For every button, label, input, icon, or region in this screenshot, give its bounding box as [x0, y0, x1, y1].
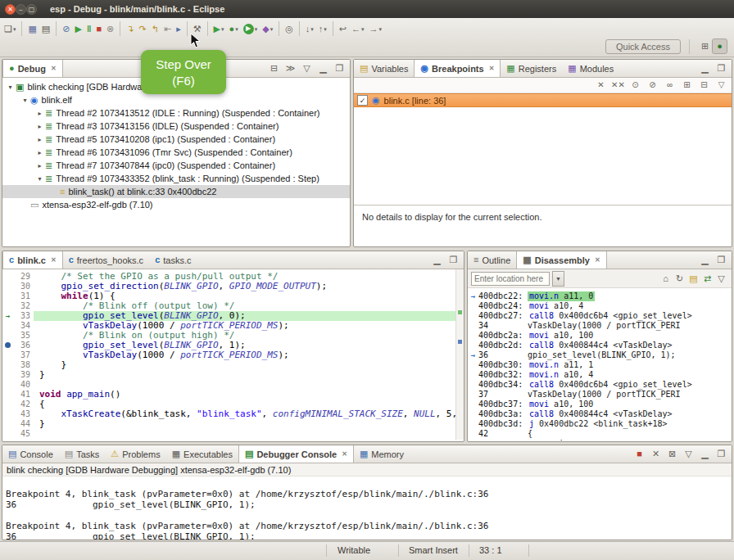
step-into-icon[interactable]: ↴: [124, 20, 136, 38]
link-with-debug-icon[interactable]: ∞: [663, 79, 677, 93]
editor-marker-bar[interactable]: [2, 341, 13, 350]
debug-tab-debug[interactable]: ●Debug✕: [2, 60, 63, 77]
editor-marker-bar[interactable]: [2, 350, 13, 360]
disassembly-tab-disassembly[interactable]: ▦Disassembly✕: [516, 251, 606, 269]
editor-marker-bar[interactable]: [2, 370, 13, 380]
console-output[interactable]: Breakpoint 4, blink_task (pvParameter=0x…: [2, 476, 732, 540]
tree-row[interactable]: ▾◉blink.elf: [2, 93, 350, 106]
expander-icon[interactable]: ▾: [6, 84, 15, 91]
profile-icon[interactable]: ◆▾: [260, 20, 275, 38]
minimize-icon[interactable]: ▁: [316, 61, 330, 75]
disconnect-icon[interactable]: ⊗: [104, 20, 116, 38]
drop-to-frame-icon[interactable]: ⇤: [161, 20, 174, 38]
editor-marker-bar[interactable]: [2, 400, 13, 409]
sync-selection-icon[interactable]: ⇄: [700, 272, 714, 286]
expander-icon[interactable]: ▾: [20, 97, 29, 104]
minimize-icon[interactable]: ▁: [698, 61, 712, 75]
tree-row[interactable]: ▾≣Thread #9 1073433352 (blink_task : Run…: [2, 172, 350, 185]
maximize-icon[interactable]: ❐: [714, 253, 728, 267]
view-menu-icon[interactable]: ▽: [714, 272, 728, 286]
open-perspective-icon[interactable]: ⊞: [698, 39, 712, 53]
close-icon[interactable]: ✕: [595, 256, 600, 264]
console-tab-console[interactable]: ▤Console: [2, 445, 59, 463]
editor-marker-bar[interactable]: [2, 282, 13, 291]
step-over-icon[interactable]: ↷: [136, 20, 148, 38]
maximize-icon[interactable]: ❐: [333, 61, 347, 75]
editor-marker-bar[interactable]: [2, 331, 13, 341]
disassembly-listing[interactable]: →400dbc22:movi.n a11, 0400dbc24:movi a10…: [468, 288, 732, 442]
breakpoints-tab-registers[interactable]: ▦Registers: [501, 60, 562, 77]
minimize-button[interactable]: –: [16, 4, 26, 15]
editor-marker-bar[interactable]: [2, 301, 13, 311]
close-button[interactable]: ✕: [5, 4, 16, 15]
view-menu-icon[interactable]: ▽: [714, 79, 728, 93]
expander-icon[interactable]: ▾: [35, 175, 44, 183]
editor-marker-bar[interactable]: [2, 409, 13, 419]
expander-icon[interactable]: ▸: [35, 123, 44, 130]
expander-icon[interactable]: ▸: [35, 136, 44, 143]
step-filters-icon[interactable]: ≫: [283, 61, 297, 75]
editor-tab-freertos-hooks-c[interactable]: cfreertos_hooks.c: [63, 251, 149, 269]
remove-all-breakpoints-icon[interactable]: ✕✕: [611, 79, 625, 93]
close-icon[interactable]: ✕: [489, 65, 495, 72]
expand-all-icon[interactable]: ⊞: [680, 79, 694, 93]
maximize-icon[interactable]: ❐: [446, 253, 460, 267]
editor-marker-bar[interactable]: [2, 272, 13, 282]
previous-annotation-icon[interactable]: ↑▾: [316, 20, 329, 38]
show-supported-breakpoints-icon[interactable]: ⊙: [628, 79, 642, 93]
editor-marker-bar[interactable]: →: [2, 311, 13, 321]
expander-icon[interactable]: ▸: [35, 110, 44, 117]
debug-icon[interactable]: ●▾: [227, 20, 241, 38]
run-icon[interactable]: ▶▾: [241, 20, 261, 38]
close-icon[interactable]: ✕: [51, 65, 57, 72]
editor-marker-bar[interactable]: [2, 321, 13, 331]
editor-marker-bar[interactable]: [2, 360, 13, 370]
next-annotation-icon[interactable]: ↓▾: [303, 20, 316, 38]
search-icon[interactable]: ◎: [283, 20, 296, 38]
collapse-all-icon[interactable]: ⊟: [697, 79, 711, 93]
show-source-icon[interactable]: ▤: [686, 272, 700, 286]
close-icon[interactable]: ✕: [51, 256, 57, 264]
clear-console-icon[interactable]: ⊠: [665, 447, 679, 461]
overview-ruler[interactable]: [455, 269, 464, 440]
save-icon[interactable]: ▦: [25, 20, 39, 38]
external-tools-icon[interactable]: ▶▾: [211, 20, 227, 38]
tree-row[interactable]: ▸≣Thread #3 1073413156 (IDLE) (Suspended…: [2, 120, 350, 133]
quick-access-button[interactable]: Quick Access: [605, 39, 681, 54]
forward-icon[interactable]: →▾: [367, 20, 385, 38]
editor-marker-bar[interactable]: [2, 419, 13, 429]
console-tab-memory[interactable]: ▦Memory: [354, 445, 410, 463]
editor-tab-blink-c[interactable]: cblink.c✕: [2, 251, 63, 269]
step-return-icon[interactable]: ↰: [149, 20, 161, 38]
new-wizard-icon[interactable]: ❏▾: [2, 20, 18, 38]
tree-row[interactable]: ▸≣Thread #2 1073413512 (IDLE : Running) …: [2, 106, 350, 120]
tree-row[interactable]: ▸≣Thread #6 1073431096 (Tmr Svc) (Suspen…: [2, 146, 350, 159]
view-menu-icon[interactable]: ▽: [682, 447, 695, 461]
tree-row[interactable]: ▭xtensa-esp32-elf-gdb (7.10): [2, 198, 350, 211]
minimize-icon[interactable]: ▁: [698, 447, 712, 461]
code-editor[interactable]: 29 /* Set the GPIO as a push/pull output…: [2, 269, 464, 439]
breakpoint-checkbox[interactable]: ✓: [357, 95, 368, 106]
expander-icon[interactable]: ▸: [35, 162, 44, 169]
tree-row[interactable]: ▸≣Thread #5 1073410208 (ipc1) (Suspended…: [2, 133, 350, 146]
editor-tab-tasks-c[interactable]: ctasks.c: [149, 251, 197, 269]
skip-all-breakpoints-icon[interactable]: ⊘: [60, 20, 72, 38]
print-icon[interactable]: ▤: [39, 20, 52, 38]
maximize-icon[interactable]: ❐: [714, 447, 728, 461]
terminate-icon[interactable]: ■: [93, 20, 104, 38]
close-icon[interactable]: ✕: [342, 450, 347, 458]
chevron-down-icon[interactable]: ▼: [552, 271, 564, 287]
remove-launch-icon[interactable]: ✕: [649, 447, 663, 461]
view-menu-icon[interactable]: ▽: [300, 61, 314, 75]
terminate-icon[interactable]: ■: [632, 447, 646, 461]
console-tab-tasks[interactable]: ▤Tasks: [59, 445, 106, 463]
debug-perspective-icon[interactable]: ●: [712, 38, 727, 54]
maximize-icon[interactable]: ❐: [714, 61, 728, 75]
breakpoint-dot-icon[interactable]: [5, 342, 11, 348]
collapse-all-icon[interactable]: ⊟: [267, 61, 281, 75]
resume-icon[interactable]: ▶: [72, 20, 84, 38]
editor-marker-bar[interactable]: [2, 429, 13, 439]
location-input[interactable]: [471, 272, 550, 286]
console-tab-debugger-console[interactable]: ▤Debugger Console✕: [238, 445, 354, 463]
refresh-icon[interactable]: ↻: [673, 272, 686, 286]
